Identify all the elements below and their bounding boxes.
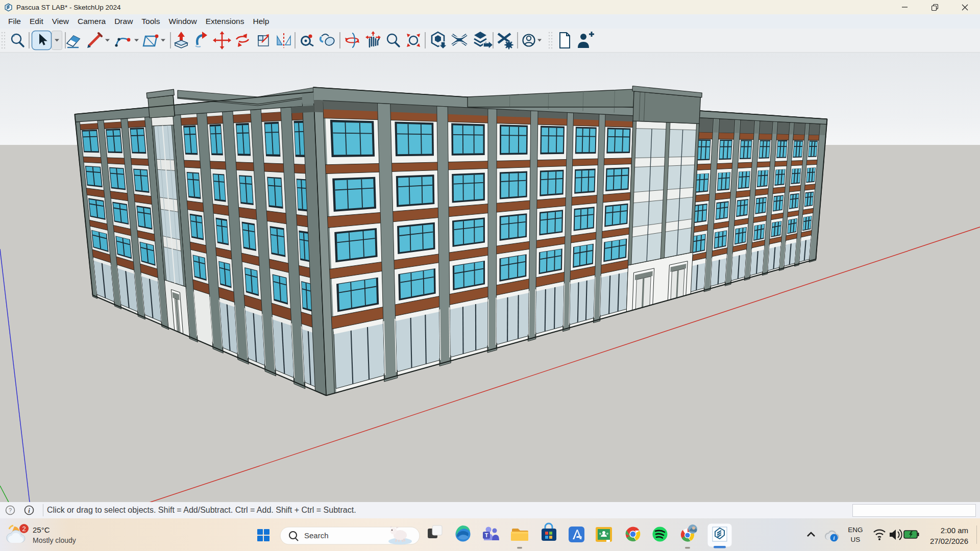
svg-text:Search: Search [304,531,329,540]
svg-text:T: T [485,532,488,538]
svg-text:Mostly cloudy: Mostly cloudy [33,536,76,544]
svg-text:2:00 am: 2:00 am [941,526,968,535]
svg-text:?: ? [9,507,12,513]
svg-text:i: i [834,535,835,541]
svg-text:2: 2 [22,525,26,533]
svg-text:ENG: ENG [848,526,863,534]
svg-text:i: i [28,507,30,514]
svg-text:27/02/2026: 27/02/2026 [930,537,968,545]
svg-text:25°C: 25°C [33,525,50,534]
svg-text:US: US [851,536,861,543]
